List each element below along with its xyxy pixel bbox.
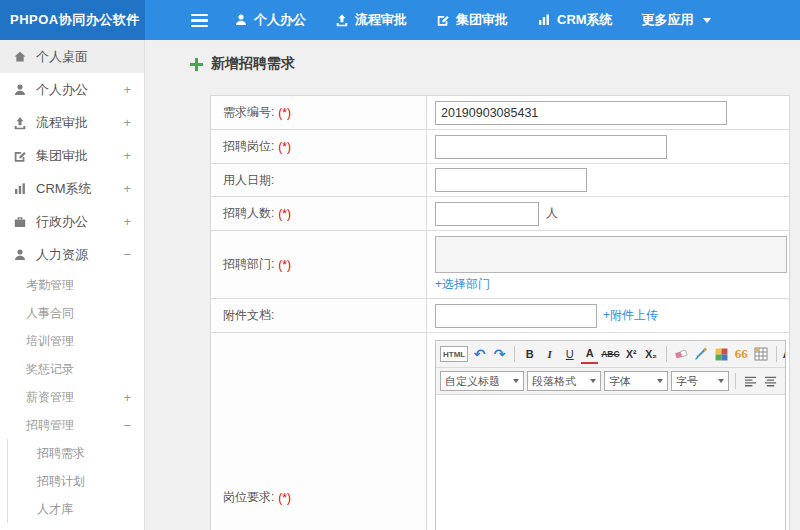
expand-plus-icon[interactable]: + [123,148,131,163]
flow-icon [335,13,349,27]
requirements-field: HTML ↶ ↷ B I U A ABC X² X₂ [427,333,789,530]
position-input[interactable] [435,135,667,159]
sidebar-item-5[interactable]: CRM系统+ [0,172,144,205]
font-size-select[interactable]: 字号 [671,371,729,391]
expand-plus-icon[interactable]: + [123,82,131,97]
font-family-button[interactable]: A [783,344,785,364]
emoticon-grid-icon[interactable] [753,344,770,364]
sidebar-item-16[interactable]: 人才库 [7,495,144,523]
font-color-button[interactable]: A [581,344,598,364]
edit-icon [13,149,27,163]
label-text: 岗位要求: [223,489,274,506]
strikethrough-button[interactable]: ABC [601,344,619,364]
undo-button[interactable]: ↶ [471,344,488,364]
nav-item-5[interactable]: 更多应用 [642,11,711,29]
redo-button[interactable]: ↷ [491,344,508,364]
select-label: 段落格式 [532,374,576,389]
rich-text-editor: HTML ↶ ↷ B I U A ABC X² X₂ [435,340,786,530]
highlight-color-icon[interactable] [713,344,730,364]
requirements-label: 岗位要求: (*) [211,333,427,530]
label-text: 招聘岗位: [223,138,274,155]
underline-button[interactable]: U [561,344,578,364]
edit-icon [436,13,450,27]
headcount-input[interactable] [435,202,539,226]
label-text: 招聘人数: [223,205,274,222]
sidebar-item-7[interactable]: 人力资源− [0,238,144,271]
sidebar-item-14[interactable]: 招聘需求 [7,439,144,467]
sidebar-item-9[interactable]: 人事合同 [0,299,144,327]
hire-date-input[interactable] [435,168,587,192]
hire-date-label: 用人日期: [211,164,427,196]
sidebar-item-4[interactable]: 集团审批+ [0,139,144,172]
expand-plus-icon[interactable]: + [123,115,131,130]
blockquote-button[interactable]: 66 [733,344,750,364]
format-painter-icon[interactable] [693,344,710,364]
recruitment-request-form: 需求编号: (*) 招聘岗位: (*) 用人日期: [210,95,790,530]
attachment-input[interactable] [435,304,597,328]
demand-no-input[interactable] [435,101,727,125]
chevron-down-icon [703,18,711,23]
italic-button[interactable]: I [541,344,558,364]
align-center-icon[interactable] [762,371,779,391]
sidebar-item-10[interactable]: 培训管理 [0,327,144,355]
form-row-demand-no: 需求编号: (*) [211,96,789,130]
nav-item-label: 集团审批 [456,11,508,29]
font-select[interactable]: 字体 [604,371,668,391]
sidebar-item-12[interactable]: 薪资管理+ [0,383,144,411]
sidebar-item-2[interactable]: 个人办公+ [0,73,144,106]
hamburger-menu-icon[interactable] [191,14,208,27]
form-row-hire-date: 用人日期: [211,164,789,197]
nav-item-1[interactable]: 个人办公 [234,11,306,29]
html-source-button[interactable]: HTML [440,346,468,362]
form-row-position: 招聘岗位: (*) [211,130,789,164]
user-icon [13,83,27,97]
nav-item-3[interactable]: 集团审批 [436,11,508,29]
sidebar-item-6[interactable]: 行政办公+ [0,205,144,238]
bold-button[interactable]: B [521,344,538,364]
subscript-button[interactable]: X₂ [643,344,660,364]
chevron-down-icon [590,379,596,383]
form-row-headcount: 招聘人数: (*) 人 [211,197,789,231]
department-field: +选择部门 [427,231,789,298]
expand-plus-icon[interactable]: + [123,181,131,196]
font-letter: A [783,348,785,360]
expand-plus-icon[interactable]: + [123,390,131,405]
nav-item-4[interactable]: CRM系统 [537,11,613,29]
sidebar-item-3[interactable]: 流程审批+ [0,106,144,139]
nav-item-label: CRM系统 [557,11,613,29]
nav-item-2[interactable]: 流程审批 [335,11,407,29]
select-department-link[interactable]: +选择部门 [435,276,490,293]
headcount-label: 招聘人数: (*) [211,197,427,230]
hr-icon [13,248,27,262]
attachment-field: +附件上传 [427,299,789,332]
attachment-upload-link[interactable]: +附件上传 [603,307,658,324]
sidebar-item-label: 个人办公 [36,81,88,99]
toolbar-separator [514,346,515,362]
sidebar-item-15[interactable]: 招聘计划 [7,467,144,495]
editor-content[interactable] [436,395,785,530]
editor-toolbar-row1: HTML ↶ ↷ B I U A ABC X² X₂ [436,341,785,368]
select-label: 字号 [676,374,698,389]
collapse-minus-icon[interactable]: − [123,247,131,262]
align-right-icon[interactable] [782,371,785,391]
topbar: PHPOA协同办公软件 个人办公流程审批集团审批CRM系统更多应用 [0,0,800,40]
paragraph-format-select[interactable]: 段落格式 [527,371,601,391]
required-mark: (*) [278,258,291,272]
sidebar-item-11[interactable]: 奖惩记录 [0,355,144,383]
sidebar-item-1[interactable]: 个人桌面 [0,40,144,73]
collapse-minus-icon[interactable]: − [123,418,131,433]
department-textarea[interactable] [435,236,787,273]
label-text: 附件文档: [223,307,274,324]
sidebar-item-label: 考勤管理 [26,277,74,294]
superscript-button[interactable]: X² [623,344,640,364]
expand-plus-icon[interactable]: + [123,214,131,229]
sidebar-item-13[interactable]: 招聘管理− [0,411,144,439]
sidebar-item-8[interactable]: 考勤管理 [0,271,144,299]
form-row-attachment: 附件文档: +附件上传 [211,299,789,333]
select-label: 字体 [609,374,631,389]
custom-title-select[interactable]: 自定义标题 [440,371,524,391]
department-label: 招聘部门: (*) [211,231,427,298]
align-left-icon[interactable] [742,371,759,391]
remove-format-eraser-icon[interactable] [673,344,690,364]
sidebar-item-label: 奖惩记录 [26,361,74,378]
